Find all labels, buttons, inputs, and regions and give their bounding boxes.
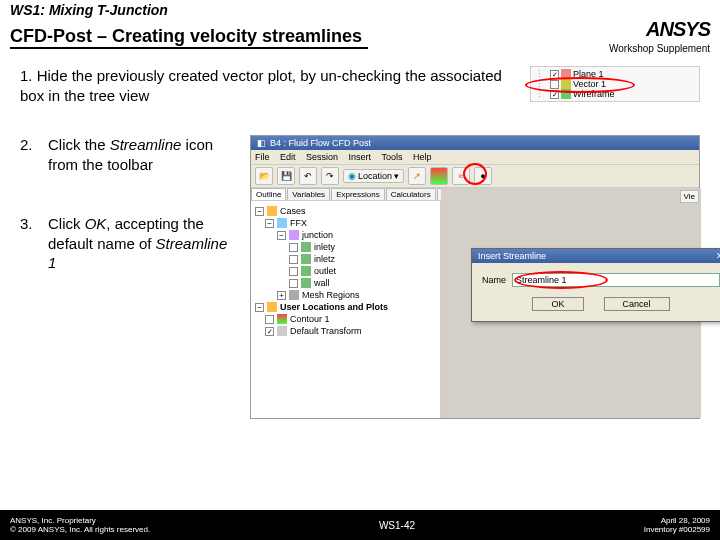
proprietary-text: ANSYS, Inc. Proprietary bbox=[10, 516, 150, 525]
tab-expressions[interactable]: Expressions bbox=[331, 188, 385, 200]
close-icon[interactable]: ✕ bbox=[716, 251, 720, 261]
checkbox-icon[interactable] bbox=[289, 255, 298, 264]
menubar: File Edit Session Insert Tools Help bbox=[251, 150, 699, 165]
vector-tool-icon[interactable]: ↗ bbox=[408, 167, 426, 185]
tree-ffx[interactable]: FFX bbox=[290, 218, 307, 228]
copyright-text: © 2009 ANSYS, Inc. All rights reserved. bbox=[10, 525, 150, 534]
plane-icon bbox=[561, 69, 571, 79]
tree-mesh-regions[interactable]: Mesh Regions bbox=[302, 290, 360, 300]
transform-icon bbox=[277, 326, 287, 336]
step-1-num: 1. bbox=[20, 67, 33, 84]
redo-icon[interactable]: ↷ bbox=[321, 167, 339, 185]
insert-streamline-dialog: Insert Streamline ✕ Name Streamline 1 OK… bbox=[471, 248, 720, 322]
case-icon bbox=[277, 218, 287, 228]
window-titlebar: ◧ B4 : Fluid Flow CFD Post bbox=[251, 136, 699, 150]
checkbox-icon[interactable] bbox=[289, 279, 298, 288]
menu-tools[interactable]: Tools bbox=[381, 152, 402, 162]
menu-insert[interactable]: Insert bbox=[349, 152, 372, 162]
tree-cases[interactable]: Cases bbox=[280, 206, 306, 216]
tab-variables[interactable]: Variables bbox=[287, 188, 330, 200]
outline-tree: −Cases −FFX −junction inlety inletz outl… bbox=[251, 201, 440, 341]
location-button[interactable]: ◉Location ▾ bbox=[343, 169, 404, 183]
expand-icon[interactable]: − bbox=[277, 231, 286, 240]
viewport-panel: Vie Insert Streamline ✕ Name Streamline … bbox=[441, 188, 701, 418]
name-input[interactable]: Streamline 1 bbox=[512, 273, 720, 287]
toolbar: 📂 💾 ↶ ↷ ◉Location ▾ ↗ ≈ ● bbox=[251, 165, 699, 188]
vector-icon bbox=[561, 79, 571, 89]
tree-item-wireframe: Wireframe bbox=[573, 89, 615, 99]
wireframe-icon bbox=[561, 89, 571, 99]
particle-tool-icon[interactable]: ● bbox=[474, 167, 492, 185]
save-icon[interactable]: 💾 bbox=[277, 167, 295, 185]
menu-session[interactable]: Session bbox=[306, 152, 338, 162]
app-icon: ◧ bbox=[257, 138, 266, 148]
checkbox-icon[interactable] bbox=[265, 315, 274, 324]
page-title: CFD-Post – Creating velocity streamlines bbox=[10, 26, 368, 49]
boundary-icon bbox=[301, 242, 311, 252]
checkbox-icon[interactable] bbox=[289, 243, 298, 252]
boundary-icon bbox=[301, 254, 311, 264]
ansys-logo: ANSYS bbox=[609, 18, 710, 41]
folder-icon bbox=[267, 302, 277, 312]
ws-label: WS1: Mixing T-Junction bbox=[10, 2, 710, 18]
contour-icon bbox=[277, 314, 287, 324]
checkbox-icon: ✓ bbox=[550, 70, 559, 79]
step-3-text: Click OK, accepting the default name of … bbox=[48, 214, 230, 273]
step-3-num: 3. bbox=[20, 214, 38, 273]
checkbox-icon[interactable]: ✓ bbox=[265, 327, 274, 336]
tree-snippet: ✓Plane 1 Vector 1 ✓Wireframe bbox=[530, 66, 700, 102]
cfd-post-window: ◧ B4 : Fluid Flow CFD Post File Edit Ses… bbox=[250, 135, 700, 419]
step-3: 3. Click OK, accepting the default name … bbox=[20, 214, 230, 273]
dialog-titlebar: Insert Streamline ✕ bbox=[472, 249, 720, 263]
tree-junction[interactable]: junction bbox=[302, 230, 333, 240]
panel-tabs: Outline Variables Expressions Calculator… bbox=[251, 188, 440, 201]
tree-item-plane: Plane 1 bbox=[573, 69, 604, 79]
slide-header: WS1: Mixing T-Junction CFD-Post – Creati… bbox=[0, 0, 720, 56]
slide-content: 1. Hide the previously created vector pl… bbox=[0, 56, 720, 429]
boundary-icon bbox=[301, 278, 311, 288]
checkbox-icon[interactable] bbox=[289, 267, 298, 276]
tab-calculators[interactable]: Calculators bbox=[386, 188, 436, 200]
contour-tool-icon[interactable] bbox=[430, 167, 448, 185]
view-tab[interactable]: Vie bbox=[680, 190, 699, 203]
expand-icon[interactable]: − bbox=[255, 207, 264, 216]
cancel-button[interactable]: Cancel bbox=[604, 297, 670, 311]
streamline-tool-icon[interactable]: ≈ bbox=[452, 167, 470, 185]
window-title: B4 : Fluid Flow CFD Post bbox=[270, 138, 371, 148]
menu-edit[interactable]: Edit bbox=[280, 152, 296, 162]
tree-outlet[interactable]: outlet bbox=[314, 266, 336, 276]
slide-footer: ANSYS, Inc. Proprietary © 2009 ANSYS, In… bbox=[0, 510, 720, 540]
step-2-text: Click the Streamline icon from the toolb… bbox=[48, 135, 230, 174]
tree-default-transform[interactable]: Default Transform bbox=[290, 326, 362, 336]
tree-inletz[interactable]: inletz bbox=[314, 254, 335, 264]
name-label: Name bbox=[482, 275, 506, 285]
inventory-text: Inventory #002599 bbox=[644, 525, 710, 534]
date-text: April 28, 2009 bbox=[644, 516, 710, 525]
domain-icon bbox=[289, 230, 299, 240]
open-icon[interactable]: 📂 bbox=[255, 167, 273, 185]
footer-left: ANSYS, Inc. Proprietary © 2009 ANSYS, In… bbox=[10, 516, 150, 534]
undo-icon[interactable]: ↶ bbox=[299, 167, 317, 185]
checkbox-icon: ✓ bbox=[550, 90, 559, 99]
logo-area: ANSYS Workshop Supplement bbox=[609, 18, 710, 54]
expand-icon[interactable]: − bbox=[265, 219, 274, 228]
workshop-supplement-label: Workshop Supplement bbox=[609, 43, 710, 54]
ok-button[interactable]: OK bbox=[532, 297, 583, 311]
mesh-icon bbox=[289, 290, 299, 300]
tree-contour[interactable]: Contour 1 bbox=[290, 314, 330, 324]
step-1-text: Hide the previously created vector plot,… bbox=[20, 67, 502, 104]
menu-file[interactable]: File bbox=[255, 152, 270, 162]
folder-icon bbox=[267, 206, 277, 216]
tree-inlety[interactable]: inlety bbox=[314, 242, 335, 252]
tab-outline[interactable]: Outline bbox=[251, 188, 286, 200]
outline-panel: Outline Variables Expressions Calculator… bbox=[251, 188, 441, 418]
expand-icon[interactable]: − bbox=[255, 303, 264, 312]
expand-icon[interactable]: + bbox=[277, 291, 286, 300]
tree-user-locations[interactable]: User Locations and Plots bbox=[280, 302, 388, 312]
tree-item-vector: Vector 1 bbox=[573, 79, 606, 89]
dialog-title: Insert Streamline bbox=[478, 251, 546, 261]
footer-right: April 28, 2009 Inventory #002599 bbox=[644, 516, 710, 534]
tree-wall[interactable]: wall bbox=[314, 278, 330, 288]
step-1: 1. Hide the previously created vector pl… bbox=[20, 66, 518, 105]
menu-help[interactable]: Help bbox=[413, 152, 432, 162]
